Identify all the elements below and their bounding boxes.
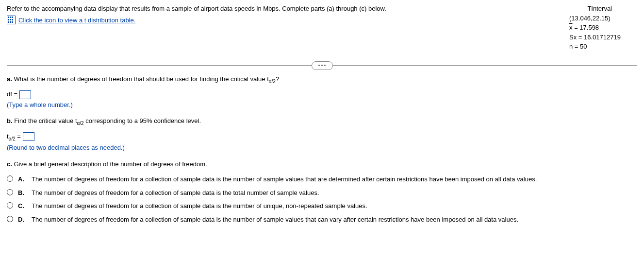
- t-label-sub: α/2: [9, 136, 16, 141]
- question-c: c. Give a brief general description of t…: [7, 159, 637, 225]
- q-b-tail: corresponding to a 95% confidence level.: [84, 117, 201, 124]
- expand-button[interactable]: [312, 61, 333, 70]
- option-b-row: B. The number of degrees of freedom for …: [7, 188, 637, 198]
- option-b-letter: B.: [18, 188, 27, 198]
- section-divider: [7, 65, 637, 66]
- option-a-letter: A.: [18, 175, 27, 184]
- panel-xbar: x = 17.598: [569, 23, 637, 33]
- q-b-hint: (Round to two decimal places as needed.): [7, 143, 637, 153]
- intro-text: Refer to the accompanying data display t…: [7, 4, 560, 14]
- t-input[interactable]: [23, 132, 34, 141]
- q-a-label: a.: [7, 75, 12, 83]
- q-c-label: c.: [7, 160, 12, 168]
- option-c-letter: C.: [18, 201, 27, 211]
- q-c-text: Give a brief general description of the …: [12, 160, 207, 168]
- df-input[interactable]: [19, 90, 31, 99]
- q-b-label: b.: [7, 117, 13, 124]
- df-label: df =: [7, 90, 17, 98]
- q-a-hint: (Type a whole number.): [7, 100, 637, 110]
- option-a-text: The number of degrees of freedom for a c…: [32, 175, 637, 184]
- table-icon[interactable]: [7, 16, 16, 24]
- option-b-text: The number of degrees of freedom for a c…: [32, 188, 637, 198]
- option-c-text: The number of degrees of freedom for a c…: [32, 201, 637, 211]
- q-b-text: Find the critical value t: [13, 117, 77, 124]
- option-d-letter: D.: [18, 215, 27, 225]
- tinterval-panel: TInterval (13.046,22.15) x = 17.598 Sx =…: [560, 4, 637, 52]
- option-a-row: A. The number of degrees of freedom for …: [7, 175, 637, 184]
- radio-b[interactable]: [7, 189, 13, 195]
- panel-sx: Sx = 16.01712719: [569, 33, 637, 42]
- q-b-sub: α/2: [77, 121, 84, 126]
- option-d-row: D. The number of degrees of freedom for …: [7, 215, 637, 225]
- question-a: a. What is the number of degrees of free…: [7, 74, 637, 110]
- t-table-link[interactable]: Click the icon to view a t distribution …: [18, 16, 135, 25]
- q-a-sub: α/2: [269, 78, 276, 84]
- q-a-tail: ?: [276, 75, 279, 83]
- panel-title: TInterval: [569, 4, 637, 14]
- radio-d[interactable]: [7, 216, 13, 222]
- panel-n: n = 50: [569, 42, 637, 52]
- t-label-post: =: [16, 133, 21, 140]
- option-c-row: C. The number of degrees of freedom for …: [7, 201, 637, 211]
- panel-interval: (13.046,22.15): [569, 14, 637, 23]
- q-a-text: What is the number of degrees of freedom…: [12, 75, 269, 83]
- question-b: b. Find the critical value tα/2 correspo…: [7, 116, 637, 153]
- radio-a[interactable]: [7, 175, 13, 182]
- radio-c[interactable]: [7, 202, 13, 209]
- option-d-text: The number of degrees of freedom for a c…: [32, 215, 637, 225]
